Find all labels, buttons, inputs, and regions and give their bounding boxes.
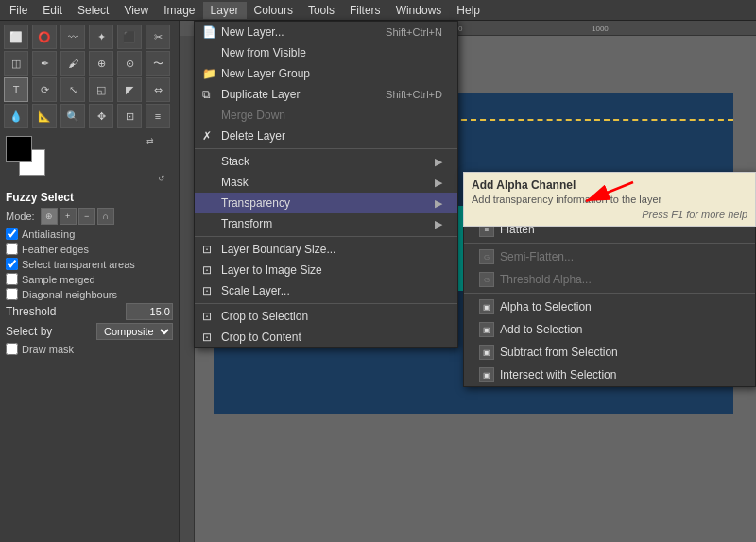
menu-crop-to-selection[interactable]: ⊡ Crop to Selection [195,306,457,327]
smudge-tool[interactable]: 〜 [146,51,170,76]
mode-replace[interactable]: ⊕ [41,208,58,225]
threshold-alpha-icon: G [479,272,494,287]
color-swatch-area: ⇄ ↺ [6,136,173,183]
menu-file[interactable]: File [2,2,35,19]
paths-tool[interactable]: ✒ [32,51,57,76]
new-layer-group-label: New Layer Group [221,67,310,80]
mode-label: Mode: [6,211,35,222]
submenu-alpha-to-selection[interactable]: ▣ Alpha to Selection [464,296,755,318]
menu-new-layer-group[interactable]: 📁 New Layer Group [195,63,457,84]
shear-tool[interactable]: ◱ [89,77,113,102]
transparent-row: Select transparent areas [6,258,173,270]
scale-layer-icon: ⊡ [202,284,212,297]
crop-to-content-icon: ⊡ [202,330,212,344]
swap-colors-icon[interactable]: ⇄ [146,136,154,145]
antialiasing-label: Antialiasing [22,229,75,240]
svg-line-1 [586,182,633,201]
menu-delete-layer[interactable]: ✗ Delete Layer [195,126,457,146]
fuzzy-select-tool[interactable]: ✦ [89,25,113,49]
scissors-select-tool[interactable]: ✂ [146,25,170,49]
mode-add[interactable]: + [60,208,77,225]
paint-tool[interactable]: 🖌 [60,51,85,76]
menu-windows[interactable]: Windows [388,2,450,19]
submenu-separator-1 [464,243,755,244]
menu-help[interactable]: Help [449,2,488,19]
tool-icon-grid: ⬜ ⭕ 〰 ✦ ⬛ ✂ ◫ ✒ 🖌 ⊕ ⊙ 〜 T ⟳ ⤡ ◱ ◤ ⇔ 💧 📐 … [0,21,179,132]
layer-boundary-label: Layer Boundary Size... [221,243,335,256]
layer-menu: 📄 New Layer... Shift+Ctrl+N New from Vis… [194,21,458,348]
menubar: File Edit Select View Image Layer Colour… [0,0,756,21]
select-by-dropdown[interactable]: Composite Red Green Blue [96,323,173,340]
scale-tool[interactable]: ⤡ [60,77,85,102]
zoom-tool[interactable]: 🔍 [60,104,85,128]
menu-merge-down: Merge Down [195,105,457,126]
draw-mask-row: Draw mask [6,343,173,355]
threshold-label: Threshold [6,305,56,318]
antialiasing-checkbox[interactable] [6,228,18,240]
menu-mask[interactable]: Mask ▶ [195,172,457,193]
menu-edit[interactable]: Edit [35,2,70,19]
text-tool[interactable]: T [4,77,28,102]
submenu-subtract-from-selection[interactable]: ▣ Subtract from Selection [464,341,755,364]
add-selection-icon: ▣ [479,322,494,337]
toolbox-panel: ⬜ ⭕ 〰 ✦ ⬛ ✂ ◫ ✒ 🖌 ⊕ ⊙ 〜 T ⟳ ⤡ ◱ ◤ ⇔ 💧 📐 … [0,21,180,542]
diagonal-label: Diagonal neighbours [22,289,117,300]
menu-transform[interactable]: Transform ▶ [195,213,457,234]
ellipse-select-tool[interactable]: ⭕ [32,25,57,49]
feather-checkbox[interactable] [6,243,18,255]
threshold-input[interactable] [126,303,173,320]
submenu-separator-2 [464,293,755,294]
transparency-label: Transparency [221,196,290,210]
merge-down-label: Merge Down [221,109,285,122]
menu-new-layer[interactable]: 📄 New Layer... Shift+Ctrl+N [195,22,457,42]
menu-tools[interactable]: Tools [301,2,342,19]
menu-image[interactable]: Image [156,2,202,19]
free-select-tool[interactable]: 〰 [60,25,85,49]
menu-select[interactable]: Select [70,2,116,19]
ruler-mark-1000: 1000 [592,25,609,33]
menu-crop-to-content[interactable]: ⊡ Crop to Content [195,327,457,347]
menu-filters[interactable]: Filters [342,2,388,19]
flip-tool[interactable]: ⇔ [146,77,170,102]
perspective-tool[interactable]: ◤ [117,77,142,102]
color-picker-tool[interactable]: 💧 [4,104,28,128]
foreground-color-swatch[interactable] [6,136,32,162]
menu-layer[interactable]: Layer [203,2,247,19]
sample-row: Sample merged [6,273,173,285]
scale-layer-label: Scale Layer... [221,284,290,297]
measure-tool[interactable]: 📐 [32,104,57,128]
menu-scale-layer[interactable]: ⊡ Scale Layer... [195,280,457,301]
menu-colours[interactable]: Colours [247,2,301,19]
menu-layer-boundary[interactable]: ⊡ Layer Boundary Size... [195,239,457,260]
menu-view[interactable]: View [116,2,156,19]
mode-subtract[interactable]: − [78,208,95,225]
semi-flatten-label: Semi-Flatten... [500,250,574,263]
reset-colors-icon[interactable]: ↺ [158,174,165,183]
threshold-alpha-label: Threshold Alpha... [500,273,592,286]
mode-row: Mode: ⊕ + − ∩ [6,208,173,225]
sample-checkbox[interactable] [6,273,18,285]
select-by-color-tool[interactable]: ⬛ [117,25,142,49]
menu-layer-to-image[interactable]: ⊡ Layer to Image Size [195,260,457,280]
foreground-select-tool[interactable]: ◫ [4,51,28,76]
duplicate-layer-label: Duplicate Layer [221,88,300,101]
crop-tool[interactable]: ⊡ [117,104,142,128]
draw-mask-checkbox[interactable] [6,343,18,355]
transform-tool[interactable]: ⟳ [32,77,57,102]
submenu-add-to-selection[interactable]: ▣ Add to Selection [464,318,755,341]
menu-transparency[interactable]: Transparency ▶ [195,193,457,213]
crop-to-selection-icon: ⊡ [202,310,212,323]
move-tool[interactable]: ✥ [89,104,113,128]
transparent-checkbox[interactable] [6,258,18,270]
align-tool[interactable]: ≡ [146,104,170,128]
layer-to-image-icon: ⊡ [202,263,212,277]
diagonal-checkbox[interactable] [6,288,18,300]
menu-duplicate-layer[interactable]: ⧉ Duplicate Layer Shift+Ctrl+D [195,84,457,105]
mode-intersect[interactable]: ∩ [97,208,114,225]
menu-stack[interactable]: Stack ▶ [195,151,457,172]
clone-tool[interactable]: ⊙ [117,51,142,76]
submenu-intersect-with-selection[interactable]: ▣ Intersect with Selection [464,364,755,386]
rect-select-tool[interactable]: ⬜ [4,25,28,49]
menu-new-from-visible[interactable]: New from Visible [195,42,457,63]
heal-tool[interactable]: ⊕ [89,51,113,76]
